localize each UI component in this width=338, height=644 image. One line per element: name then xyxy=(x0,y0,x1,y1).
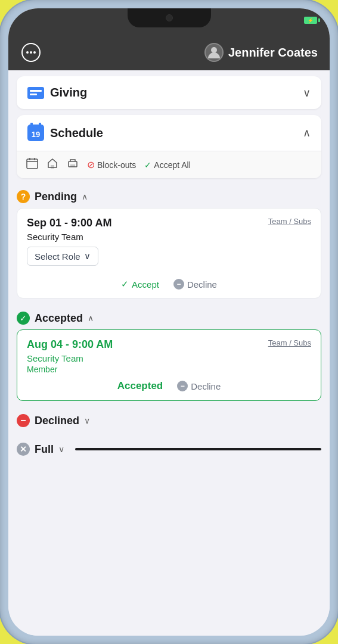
accepted-chevron[interactable]: ∧ xyxy=(88,313,94,323)
battery-tip xyxy=(318,18,320,22)
accept-all-button[interactable]: ✓ Accept All xyxy=(144,160,190,170)
phone-frame: ⚡ xyxy=(0,0,338,644)
schedule-date-num: 19 xyxy=(32,130,40,139)
accepted-decline-label: Decline xyxy=(191,381,221,391)
schedule-header[interactable]: 19 Schedule ∧ xyxy=(17,115,321,151)
pending-card-header: Sep 01 - 9:00 AM Team / Subs xyxy=(27,217,311,229)
declined-icon: − xyxy=(17,414,30,427)
svg-rect-6 xyxy=(27,159,38,169)
accepted-date: Aug 04 - 9:00 AM xyxy=(27,338,113,351)
no-icon: ⊘ xyxy=(87,159,95,170)
accept-check-icon: ✓ xyxy=(121,279,129,290)
accepted-role: Member xyxy=(27,365,311,374)
pending-team: Security Team xyxy=(27,232,311,242)
select-role-label: Select Role xyxy=(35,251,80,262)
header: Jennifer Coates xyxy=(8,35,330,70)
battery-icon: ⚡ xyxy=(304,17,320,24)
schedule-toolbar: ⊘ Block-outs ✓ Accept All xyxy=(17,151,321,178)
pending-actions: ✓ Accept − Decline xyxy=(27,279,311,290)
giving-header[interactable]: Giving ∨ xyxy=(17,76,321,109)
accepted-status: Accepted xyxy=(117,380,163,392)
home-icon[interactable] xyxy=(46,157,58,172)
decline-button[interactable]: − Decline xyxy=(173,279,217,290)
pending-date: Sep 01 - 9:00 AM xyxy=(27,217,111,229)
accepted-team-subs[interactable]: Team / Subs xyxy=(268,338,311,347)
accepted-team: Security Team xyxy=(27,353,311,363)
avatar xyxy=(204,43,224,62)
giving-title-row: Giving xyxy=(27,86,87,99)
giving-title: Giving xyxy=(50,86,87,99)
accept-button[interactable]: ✓ Accept xyxy=(121,279,159,290)
blockouts-button[interactable]: ⊘ Block-outs xyxy=(87,159,136,170)
blockouts-label: Block-outs xyxy=(97,160,136,170)
select-role-button[interactable]: Select Role ∨ xyxy=(27,247,98,266)
schedule-title: Schedule xyxy=(50,126,103,140)
declined-group: − Declined ∨ xyxy=(8,408,330,432)
accepted-actions: Accepted − Decline xyxy=(27,380,311,392)
main-content[interactable]: Giving ∨ 19 Schedule ∧ xyxy=(8,70,330,636)
accepted-icon: ✓ xyxy=(17,312,30,325)
schedule-chevron[interactable]: ∧ xyxy=(303,126,311,139)
accepted-group-header[interactable]: ✓ Accepted ∧ xyxy=(17,306,321,329)
notch xyxy=(128,8,211,27)
giving-icon xyxy=(27,87,44,99)
accepted-decline-button[interactable]: − Decline xyxy=(177,381,221,391)
pending-team-subs[interactable]: Team / Subs xyxy=(268,217,311,226)
check-icon: ✓ xyxy=(144,160,151,170)
full-icon: ✕ xyxy=(17,443,30,456)
accepted-card: Aug 04 - 9:00 AM Team / Subs Security Te… xyxy=(17,329,321,401)
card-stripe-2 xyxy=(30,94,37,95)
pending-icon: ? xyxy=(17,190,30,203)
svg-point-1 xyxy=(26,51,29,54)
calendar-icon[interactable] xyxy=(26,157,38,172)
accepted-label: Accepted xyxy=(35,312,83,325)
full-label: Full xyxy=(35,443,54,456)
schedule-section: 19 Schedule ∧ xyxy=(17,115,321,178)
user-name: Jennifer Coates xyxy=(228,46,318,60)
svg-point-5 xyxy=(211,47,217,53)
giving-chevron[interactable]: ∨ xyxy=(303,86,311,99)
full-group-header[interactable]: ✕ Full ∨ xyxy=(17,435,321,459)
pending-group: ? Pending ∧ Sep 01 - 9:00 AM Team / Subs… xyxy=(8,184,330,298)
decline-circle-icon: − xyxy=(173,279,184,290)
battery-body: ⚡ xyxy=(304,17,317,24)
giving-section: Giving ∨ xyxy=(17,76,321,109)
accepted-card-header: Aug 04 - 9:00 AM Team / Subs xyxy=(27,338,311,351)
bottom-line xyxy=(75,448,321,450)
accept-all-label: Accept All xyxy=(154,160,190,170)
declined-group-header[interactable]: − Declined ∨ xyxy=(17,408,321,432)
camera xyxy=(166,14,173,21)
accepted-group: ✓ Accepted ∧ Aug 04 - 9:00 AM Team / Sub… xyxy=(8,306,330,401)
accept-label: Accept xyxy=(132,279,159,290)
full-group: ✕ Full ∨ xyxy=(8,435,330,471)
svg-point-2 xyxy=(30,51,32,54)
schedule-icon: 19 xyxy=(27,125,44,141)
svg-rect-10 xyxy=(51,165,54,169)
full-chevron[interactable]: ∨ xyxy=(58,444,64,454)
pending-card: Sep 01 - 9:00 AM Team / Subs Security Te… xyxy=(17,208,321,298)
pending-label: Pending xyxy=(35,191,77,203)
accepted-status-label: Accepted xyxy=(117,380,163,392)
declined-chevron[interactable]: ∨ xyxy=(84,416,90,425)
declined-label: Declined xyxy=(35,415,79,427)
pending-chevron[interactable]: ∧ xyxy=(82,192,88,201)
card-stripe-1 xyxy=(30,90,42,92)
status-bar: ⚡ xyxy=(8,8,330,35)
phone-screen: ⚡ xyxy=(8,8,330,636)
svg-point-3 xyxy=(33,51,36,54)
print-icon[interactable] xyxy=(67,157,79,172)
svg-rect-12 xyxy=(70,164,75,167)
dropdown-chevron-icon: ∨ xyxy=(84,251,91,262)
pending-group-header[interactable]: ? Pending ∧ xyxy=(17,184,321,208)
accepted-decline-icon: − xyxy=(177,381,188,391)
schedule-title-row: 19 Schedule xyxy=(27,125,103,141)
decline-label: Decline xyxy=(187,279,217,290)
chat-icon[interactable] xyxy=(20,42,42,63)
battery-bolt: ⚡ xyxy=(308,18,314,23)
user-header: Jennifer Coates xyxy=(204,43,318,62)
